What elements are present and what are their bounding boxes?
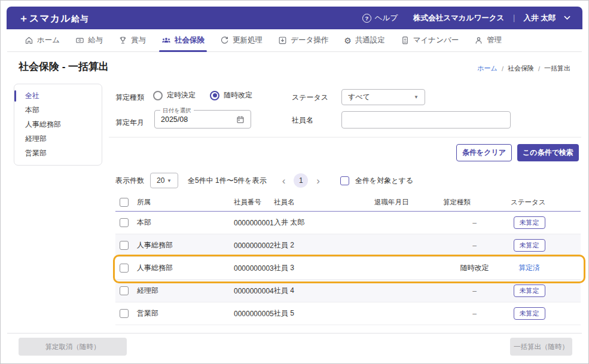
col-header-calc-type: 算定種類: [443, 198, 506, 207]
col-header-status: ステータス: [506, 198, 581, 207]
status-select[interactable]: すべて ▼: [341, 89, 425, 105]
select-all-checkbox[interactable]: [340, 176, 349, 185]
cell-dept: 営業部: [137, 308, 234, 319]
list-controls: 表示件数 20 ▼ 全5件中 1件〜5件を表示 ‹ 1 › 全件を対象とする: [115, 172, 413, 189]
help-label: ヘルプ: [375, 13, 398, 23]
help-link[interactable]: ? ヘルプ: [362, 13, 398, 23]
status-link[interactable]: 算定済: [518, 263, 540, 273]
cell-calc-type: –: [443, 287, 506, 295]
breadcrumb-separator: /: [538, 65, 540, 72]
calc-type-label: 算定種類: [115, 93, 144, 103]
top-app-bar: ＋ スマカル 給与 ? ヘルプ 株式会社スマカルワークス ｜ 入井 太郎: [7, 7, 582, 29]
batch-calculation-button[interactable]: 一括算出（随時）: [510, 338, 572, 356]
nav-label: 賞与: [131, 35, 146, 45]
nav-item-bonus[interactable]: 賞与: [111, 29, 154, 51]
col-header-retirement-date: 退職年月日: [374, 198, 443, 207]
cell-name: 社員 3: [274, 263, 374, 273]
status-badge[interactable]: 未算定: [514, 285, 545, 297]
nav-item-admin[interactable]: 管理: [466, 29, 509, 51]
breadcrumb-separator: /: [502, 65, 503, 72]
cell-dept: 人事総務部: [137, 263, 234, 273]
radio-zuiji-kaitei[interactable]: 随時改定: [210, 90, 252, 100]
table-header-row: 所属 社員番号 社員名 退職年月日 算定種類 ステータス: [115, 193, 581, 212]
date-picker-floating-label: 日付を選択: [160, 107, 194, 115]
row-checkbox[interactable]: [120, 218, 129, 227]
status-badge[interactable]: 未算定: [514, 216, 545, 229]
company-name: 株式会社スマカルワークス: [413, 13, 504, 23]
calc-month-date-field[interactable]: 日付を選択: [154, 110, 251, 129]
nav-item-data-operation[interactable]: データ操作: [270, 29, 336, 51]
radio-label: 随時改定: [224, 90, 252, 100]
plus-logo-icon: ＋: [19, 11, 29, 25]
row-checkbox[interactable]: [120, 309, 129, 318]
col-header-name: 社員名: [274, 198, 374, 207]
nav-label: 給与: [88, 35, 103, 45]
nav-label: 更新処理: [233, 35, 263, 45]
select-arrow-icon: ▼: [414, 94, 419, 100]
table-row[interactable]: 本部 0000000001 入井 太郎 – 未算定: [115, 212, 581, 234]
breadcrumb: ホーム / 社会保険 / 一括算出: [477, 64, 570, 73]
cell-name: 入井 太郎: [274, 218, 374, 228]
select-all-label: 全件を対象とする: [355, 176, 413, 186]
row-checkbox[interactable]: [120, 286, 129, 295]
nav-item-update[interactable]: 更新処理: [212, 29, 270, 51]
account-menu[interactable]: 株式会社スマカルワークス ｜ 入井 太郎: [413, 13, 570, 23]
sidebar-item-hr-general-affairs[interactable]: 人事総務部: [14, 118, 102, 131]
app-logo[interactable]: ＋ スマカル 給与: [19, 11, 89, 25]
employee-table: 所属 社員番号 社員名 退職年月日 算定種類 ステータス 本部 00000000…: [115, 193, 581, 325]
search-button[interactable]: この条件で検索: [517, 144, 579, 161]
refresh-icon: [220, 36, 229, 45]
nav-label: 共通設定: [355, 35, 385, 45]
nav-item-social-insurance[interactable]: 社会保険: [154, 29, 212, 51]
clear-conditions-button[interactable]: 条件をクリア: [456, 144, 512, 161]
cell-dept: 本部: [137, 218, 234, 228]
table-row[interactable]: 営業部 0000000005 社員 5 – 未算定: [115, 302, 581, 325]
cell-calc-type: –: [443, 241, 506, 250]
cell-calc-type: –: [443, 310, 506, 318]
mynumber-icon: [401, 36, 410, 45]
employee-name-input[interactable]: [341, 111, 511, 129]
date-input[interactable]: [161, 115, 215, 124]
cell-employee-no: 0000000001: [234, 219, 274, 227]
table-row[interactable]: 人事総務部 0000000002 社員 2 – 未算定: [115, 234, 581, 257]
logo-suffix-text: 給与: [72, 14, 89, 25]
sidebar-item-accounting[interactable]: 経理部: [14, 132, 102, 146]
calc-type-radio-group: 定時決定 随時改定: [153, 90, 252, 100]
breadcrumb-home-link[interactable]: ホーム: [477, 64, 498, 73]
breadcrumb-current: 一括算出: [544, 64, 570, 73]
nav-item-settings[interactable]: ⚙ 共通設定: [336, 29, 393, 51]
sidebar-item-headquarters[interactable]: 本部: [14, 103, 102, 117]
status-label: ステータス: [292, 93, 328, 103]
employee-name-label: 社員名: [292, 115, 313, 126]
status-badge[interactable]: 未算定: [514, 307, 545, 320]
account-separator: ｜: [510, 13, 517, 23]
sidebar-item-sales[interactable]: 営業部: [14, 146, 102, 160]
nav-item-home[interactable]: ホーム: [17, 29, 68, 51]
row-checkbox[interactable]: [120, 241, 129, 250]
nav-label: データ操作: [291, 35, 328, 45]
nav-item-payroll[interactable]: 給与: [68, 29, 111, 51]
page-size-label: 表示件数: [115, 176, 144, 186]
header-checkbox[interactable]: [120, 198, 129, 207]
prev-page-icon[interactable]: ‹: [280, 176, 288, 186]
status-badge[interactable]: 未算定: [514, 239, 545, 252]
nav-item-mynumber[interactable]: マイナンバー: [393, 29, 466, 51]
cell-name: 社員 5: [274, 308, 374, 319]
radio-teiji-kettei[interactable]: 定時決定: [153, 90, 196, 100]
table-row-highlighted[interactable]: 人事総務部 0000000003 社員 3 随時改定 算定済: [115, 257, 581, 280]
row-checkbox[interactable]: [120, 264, 129, 273]
logo-brand-text: スマカル: [29, 13, 71, 25]
settings-icon: ⚙: [344, 36, 352, 45]
table-row[interactable]: 経理部 0000000004 社員 4 – 未算定: [115, 280, 581, 302]
calendar-icon[interactable]: [236, 115, 245, 124]
cancel-calculation-button[interactable]: 算定取消（随時）: [19, 338, 127, 356]
col-header-employee-no: 社員番号: [234, 198, 274, 207]
cell-employee-no: 0000000004: [234, 287, 274, 295]
topbar-right: ? ヘルプ 株式会社スマカルワークス ｜ 入井 太郎: [362, 13, 570, 23]
next-page-icon[interactable]: ›: [314, 176, 322, 186]
nav-label: ホーム: [37, 35, 60, 45]
page-number-button[interactable]: 1: [294, 173, 308, 188]
page-size-select[interactable]: 20 ▼: [150, 173, 178, 188]
sidebar-item-all-company[interactable]: 全社: [14, 89, 102, 103]
calc-month-label: 算定年月: [115, 118, 144, 128]
